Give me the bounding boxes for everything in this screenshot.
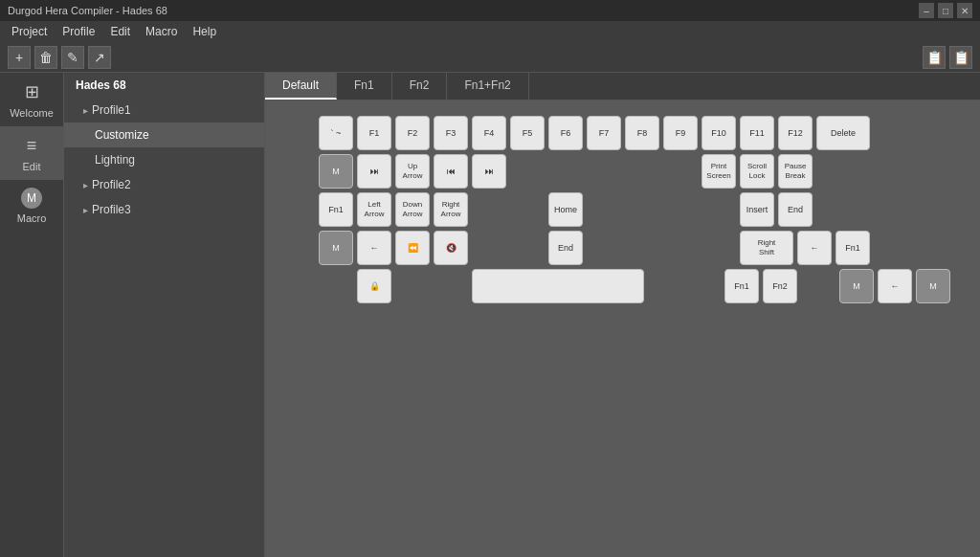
key-rewind[interactable]: ⏪ bbox=[395, 231, 430, 265]
menu-edit[interactable]: Edit bbox=[102, 23, 138, 40]
close-button[interactable]: ✕ bbox=[957, 3, 972, 18]
menu-macro[interactable]: Macro bbox=[138, 23, 185, 40]
key-f11[interactable]: F11 bbox=[740, 116, 774, 150]
key-lock[interactable]: 🔒 bbox=[357, 269, 391, 303]
key-right-shift[interactable]: RightShift bbox=[740, 231, 793, 265]
key-prev[interactable]: ⏮ bbox=[434, 154, 468, 189]
key-home[interactable]: Home bbox=[548, 192, 583, 227]
key-f2[interactable]: F2 bbox=[395, 116, 430, 150]
key-spacer29 bbox=[280, 269, 315, 303]
key-m3[interactable]: M bbox=[839, 269, 874, 303]
title-bar: Durgod Hera Compiler - Hades 68 – □ ✕ bbox=[0, 0, 980, 21]
macro-icon: M bbox=[21, 188, 42, 209]
keyboard-row-2: M ⏭ UpArrow ⏮ ⏭ PrintScreen ScrollLock P… bbox=[280, 154, 965, 189]
key-spacer21 bbox=[893, 192, 927, 227]
sidebar-item-welcome[interactable]: ⊞ Welcome bbox=[0, 73, 63, 126]
key-f7[interactable]: F7 bbox=[587, 116, 621, 150]
key-f12[interactable]: F12 bbox=[778, 116, 813, 150]
key-scrolllock[interactable]: ScrollLock bbox=[740, 154, 774, 189]
arrow-icon2: ▸ bbox=[83, 180, 88, 190]
toolbar-right: 📋 📋 bbox=[923, 46, 972, 69]
key-delete[interactable]: Delete bbox=[816, 116, 870, 150]
key-insert[interactable]: Insert bbox=[740, 192, 774, 227]
tree-lighting[interactable]: Lighting bbox=[64, 147, 264, 172]
key-tilde[interactable]: ` ~ bbox=[319, 116, 353, 150]
key-fn1r3[interactable]: Fn1 bbox=[319, 192, 353, 227]
key-spacer9 bbox=[663, 154, 698, 189]
key-end3[interactable]: End bbox=[778, 192, 813, 227]
paste-button[interactable]: 📋 bbox=[949, 46, 972, 69]
tree-customize[interactable]: Customize bbox=[64, 123, 264, 147]
window-controls: – □ ✕ bbox=[919, 3, 972, 18]
add-button[interactable]: + bbox=[8, 46, 31, 69]
key-spacer7 bbox=[587, 154, 621, 189]
tree-customize-label: Customize bbox=[95, 128, 149, 142]
sidebar-item-edit[interactable]: ≡ Edit bbox=[0, 126, 63, 180]
key-f10[interactable]: F10 bbox=[702, 116, 736, 150]
key-left4[interactable]: ← bbox=[878, 269, 912, 303]
key-left2[interactable]: ← bbox=[357, 231, 391, 265]
key-down-arrow[interactable]: DownArrow bbox=[395, 192, 430, 227]
key-m4[interactable]: M bbox=[916, 269, 950, 303]
key-f8[interactable]: F8 bbox=[625, 116, 659, 150]
delete-button[interactable]: 🗑 bbox=[34, 46, 57, 69]
minimize-button[interactable]: – bbox=[919, 3, 934, 18]
menu-help[interactable]: Help bbox=[185, 23, 224, 40]
key-fn1r5[interactable]: Fn1 bbox=[724, 269, 759, 303]
key-spacer13 bbox=[472, 192, 506, 227]
keyboard-area: ` ~ F1 F2 F3 F4 F5 F6 F7 F8 F9 F10 F11 F… bbox=[265, 100, 980, 557]
key-spacer34 bbox=[686, 269, 721, 303]
key-mute[interactable]: 🔇 bbox=[434, 231, 468, 265]
key-up-arrow[interactable]: UpArrow bbox=[395, 154, 430, 189]
edit-button[interactable]: ✎ bbox=[61, 46, 84, 69]
key-fn2r5[interactable]: Fn2 bbox=[763, 269, 797, 303]
key-fn1r4[interactable]: Fn1 bbox=[835, 231, 870, 265]
key-spacer19 bbox=[816, 192, 851, 227]
key-f9[interactable]: F9 bbox=[663, 116, 698, 150]
key-f4[interactable]: F4 bbox=[472, 116, 506, 150]
key-spacer30 bbox=[319, 269, 353, 303]
tree-profile2[interactable]: ▸ Profile2 bbox=[64, 172, 264, 197]
tab-default[interactable]: Default bbox=[265, 73, 337, 100]
key-f3[interactable]: F3 bbox=[434, 116, 468, 150]
key-spacer15 bbox=[587, 192, 621, 227]
tree-hades[interactable]: Hades 68 bbox=[64, 73, 264, 98]
key-pausebreak[interactable]: PauseBreak bbox=[778, 154, 813, 189]
key-space[interactable] bbox=[472, 269, 644, 303]
key-spacer5 bbox=[510, 154, 545, 189]
key-spacer31 bbox=[395, 269, 430, 303]
tree-profile2-label: Profile2 bbox=[92, 178, 131, 191]
tree-profile3[interactable]: ▸ Profile3 bbox=[64, 197, 264, 222]
export-button[interactable]: ↗ bbox=[88, 46, 111, 69]
key-m2[interactable]: M bbox=[319, 231, 353, 265]
key-spacer24 bbox=[510, 231, 545, 265]
copy-button[interactable]: 📋 bbox=[923, 46, 946, 69]
key-next[interactable]: ⏭ bbox=[357, 154, 391, 189]
maximize-button[interactable]: □ bbox=[938, 3, 953, 18]
tab-fn2[interactable]: Fn2 bbox=[392, 73, 448, 100]
key-f5[interactable]: F5 bbox=[510, 116, 545, 150]
key-spacer28 bbox=[702, 231, 736, 265]
key-skip[interactable]: ⏭ bbox=[472, 154, 506, 189]
tree-profile1[interactable]: ▸ Profile1 bbox=[64, 98, 264, 123]
tab-fn1[interactable]: Fn1 bbox=[337, 73, 392, 100]
key-right-arrow[interactable]: RightArrow bbox=[434, 192, 468, 227]
menu-profile[interactable]: Profile bbox=[55, 23, 102, 40]
sidebar-item-macro[interactable]: M Macro bbox=[0, 180, 63, 232]
toolbar: + 🗑 ✎ ↗ 📋 📋 bbox=[0, 42, 980, 73]
key-m1[interactable]: M bbox=[319, 154, 353, 189]
key-spacer12 bbox=[280, 192, 315, 227]
key-left3[interactable]: ← bbox=[797, 231, 832, 265]
key-end4[interactable]: End bbox=[548, 231, 583, 265]
key-spacer bbox=[280, 116, 315, 150]
key-f6[interactable]: F6 bbox=[548, 116, 583, 150]
menu-project[interactable]: Project bbox=[4, 23, 55, 40]
key-spacer27 bbox=[663, 231, 698, 265]
key-left-arrow[interactable]: LeftArrow bbox=[357, 192, 391, 227]
edit-icon: ≡ bbox=[20, 134, 43, 157]
key-spacer25 bbox=[587, 231, 621, 265]
key-printscreen[interactable]: PrintScreen bbox=[702, 154, 736, 189]
key-f1[interactable]: F1 bbox=[357, 116, 391, 150]
tab-fn1fn2[interactable]: Fn1+Fn2 bbox=[447, 73, 528, 100]
key-spacer2 bbox=[874, 116, 908, 150]
